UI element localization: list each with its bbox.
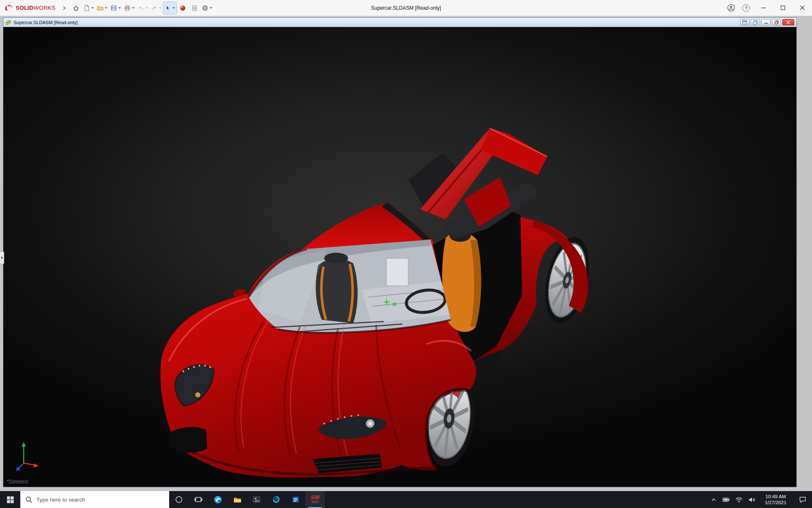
open-button[interactable]: [96, 2, 109, 14]
desktop-screen: SOLIDWORKS: [0, 0, 812, 508]
expand-menu-button[interactable]: [58, 2, 70, 14]
3dexperience-button[interactable]: [177, 2, 188, 14]
action-center-button[interactable]: [793, 491, 812, 508]
tray-overflow-button[interactable]: [707, 491, 720, 508]
app-titlebar-right: ?: [723, 0, 812, 16]
viewport-3d[interactable]: *Dimetric: [3, 27, 796, 487]
new-document-dropdown-caret[interactable]: [91, 7, 94, 9]
brand-works: WORKS: [33, 5, 55, 11]
app-close-button[interactable]: [793, 0, 812, 16]
volume-icon: [748, 496, 756, 504]
swirl-app-icon: [272, 495, 280, 504]
task-view-button[interactable]: [189, 491, 208, 508]
print-button[interactable]: [123, 2, 136, 14]
app-client-area: Supercar.SLDASM [Read-only]: [0, 16, 812, 491]
file-properties-button[interactable]: [189, 2, 200, 14]
account-button[interactable]: [723, 0, 738, 16]
file-properties-icon: [191, 5, 198, 11]
redo-button[interactable]: [150, 2, 163, 14]
home-icon: [72, 5, 80, 11]
network-button[interactable]: [732, 491, 745, 508]
doc-minimize-button[interactable]: [761, 19, 771, 25]
doc-restore-button[interactable]: [772, 19, 781, 25]
supercar-3d-model[interactable]: [3, 27, 796, 487]
volume-button[interactable]: [745, 491, 758, 508]
sw-badge-letters: SW: [311, 495, 320, 500]
print-dropdown-caret[interactable]: [132, 7, 134, 9]
swirl-app-button[interactable]: [266, 491, 286, 508]
cascade-window-button[interactable]: [751, 19, 760, 25]
help-button[interactable]: ?: [738, 0, 754, 16]
new-document-button[interactable]: [82, 2, 95, 14]
doc-close-button[interactable]: [782, 19, 794, 25]
doc-restore-icon: [774, 20, 779, 25]
app-titlebar[interactable]: SOLIDWORKS: [0, 0, 812, 16]
options-dropdown-caret[interactable]: [210, 7, 212, 9]
cortana-icon: [175, 495, 183, 504]
search-input[interactable]: [36, 497, 169, 503]
cortana-button[interactable]: [169, 491, 189, 508]
close-icon: [800, 6, 805, 10]
action-center-icon: [799, 496, 807, 503]
tile-window-icon: [742, 20, 747, 25]
red-sphere-icon: [179, 5, 186, 11]
view-orientation-label: *Dimetric: [7, 479, 28, 485]
document-window: Supercar.SLDASM [Read-only]: [3, 17, 797, 487]
help-glyph: ?: [745, 6, 748, 11]
file-explorer-button[interactable]: [228, 491, 247, 508]
gear-icon: [202, 5, 208, 11]
save-button[interactable]: [109, 2, 122, 14]
save-icon: [110, 5, 117, 11]
orientation-triad[interactable]: [14, 439, 41, 474]
redo-dropdown-caret[interactable]: [159, 7, 162, 9]
featuremanager-collapsed-tab[interactable]: [0, 251, 4, 264]
new-document-icon: [83, 5, 90, 11]
home-button[interactable]: [70, 2, 82, 14]
options-button[interactable]: [200, 2, 214, 14]
task-view-icon: [194, 495, 203, 504]
redo-icon: [151, 5, 158, 11]
solidworks-2021-icon: SW 2021: [311, 495, 320, 504]
start-button[interactable]: [0, 491, 20, 508]
edge-icon: [214, 495, 222, 504]
open-folder-icon: [97, 5, 104, 11]
edge-button[interactable]: [208, 491, 228, 508]
battery-button[interactable]: [720, 491, 732, 508]
print-icon: [124, 5, 131, 11]
media-app-button[interactable]: [247, 491, 266, 508]
solidworks-logo[interactable]: SOLIDWORKS: [4, 4, 55, 12]
file-explorer-icon: [233, 495, 242, 504]
undo-button[interactable]: [136, 2, 149, 14]
blue-window-app-icon: [291, 495, 300, 504]
system-tray: 10:49 AM 1/27/2021: [707, 491, 812, 508]
app-maximize-button[interactable]: [773, 0, 793, 16]
dassault-systemes-logo-icon: [4, 4, 14, 12]
clock-time: 10:49 AM: [765, 494, 786, 500]
app-minimize-button[interactable]: [754, 0, 773, 16]
brand-solid: SOLID: [16, 5, 33, 11]
select-arrow-icon: [165, 5, 171, 11]
person-icon: [727, 4, 735, 12]
taskbar: SW 2021: [0, 491, 812, 508]
document-window-controls: [740, 19, 794, 25]
panel-expand-arrow-icon: [1, 256, 3, 260]
doc-minimize-icon: [764, 20, 768, 24]
search-icon: [25, 496, 33, 503]
select-tool-button[interactable]: [163, 2, 176, 14]
save-dropdown-caret[interactable]: [118, 7, 121, 9]
taskbar-search[interactable]: [20, 491, 169, 508]
help-icon: ?: [742, 4, 750, 12]
doc-close-icon: [786, 20, 790, 25]
assembly-document-icon: [5, 19, 11, 25]
open-dropdown-caret[interactable]: [105, 7, 107, 9]
undo-dropdown-caret[interactable]: [145, 7, 148, 9]
expand-arrow-icon: [63, 6, 66, 10]
tile-window-button[interactable]: [740, 19, 749, 25]
triad-axes-icon: [14, 439, 41, 472]
solidworks-2021-button[interactable]: SW 2021: [305, 491, 325, 508]
taskbar-clock[interactable]: 10:49 AM 1/27/2021: [758, 491, 793, 508]
blue-window-app-button[interactable]: [286, 491, 305, 508]
select-dropdown-caret[interactable]: [173, 7, 175, 9]
document-titlebar[interactable]: Supercar.SLDASM [Read-only]: [3, 18, 796, 27]
brand-text: SOLIDWORKS: [16, 5, 55, 11]
